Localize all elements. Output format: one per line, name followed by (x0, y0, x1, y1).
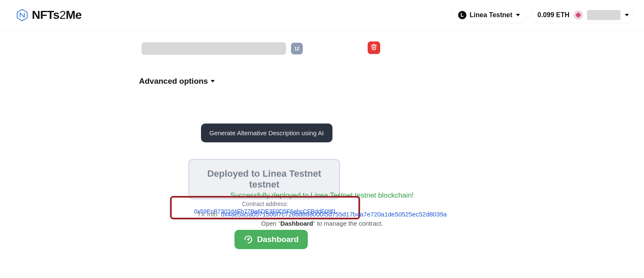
header-right: L Linea Testnet 0.099 ETH (452, 8, 632, 23)
chevron-down-icon (211, 80, 215, 82)
network-label: Linea Testnet (470, 11, 513, 19)
logo-text: NFTs2Me (32, 8, 82, 22)
open-dash-pre: Open (261, 220, 278, 227)
open-dashboard-hint: Open “Dashboard” to manage the contract. (0, 220, 644, 227)
dashboard-button-label: Dashboard (257, 235, 299, 244)
tx-info-line: TX Info: 0x4ae5a5a0571506f7c728bd888000f… (0, 211, 644, 218)
wallet-address-redacted (587, 10, 621, 20)
logo[interactable]: NFTs2Me (15, 8, 82, 22)
wallet-icon (574, 10, 583, 20)
svg-point-1 (248, 239, 249, 240)
wallet-selector[interactable]: 0.099 ETH (532, 8, 632, 23)
wallet-balance: 0.099 ETH (538, 11, 569, 19)
trash-icon (371, 44, 377, 52)
gauge-icon (244, 235, 253, 244)
count-badge[interactable]: 12 (291, 43, 303, 54)
network-icon: L (458, 11, 466, 19)
dashboard-button[interactable]: Dashboard (234, 230, 308, 249)
open-dash-post: to manage the contract. (315, 220, 383, 227)
logo-icon (15, 8, 29, 22)
delete-button[interactable] (368, 41, 380, 54)
input-row: 12 (142, 42, 384, 55)
advanced-options-toggle[interactable]: Advanced options (139, 77, 215, 86)
dashboard-word: Dashboard (280, 220, 313, 227)
tx-info-label: TX Info: (197, 211, 221, 218)
contract-address-label: Contract address: (242, 201, 289, 207)
chevron-down-icon (625, 14, 629, 16)
chevron-down-icon (516, 14, 520, 16)
generate-ai-description-button[interactable]: Generate Alternative Description using A… (201, 124, 332, 142)
network-selector[interactable]: L Linea Testnet (452, 8, 526, 23)
app-header: NFTs2Me L Linea Testnet 0.099 ETH (0, 0, 644, 31)
name-input-redacted[interactable] (142, 42, 286, 55)
tx-hash-link[interactable]: 0x4ae5a5a0571506f7c728bd888000f5d755d17b… (221, 211, 447, 218)
advanced-options-label: Advanced options (139, 77, 208, 86)
